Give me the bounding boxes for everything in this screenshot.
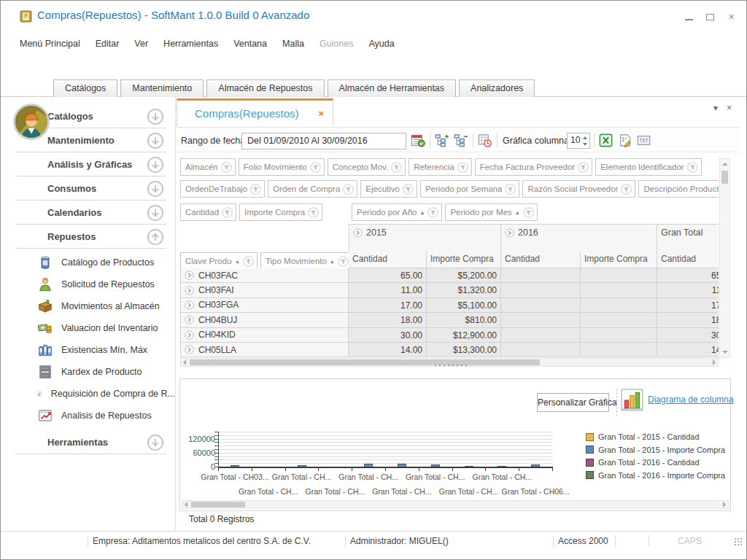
field-fecha-factura-proveedor[interactable]: Fecha Factura Proveedor <box>475 158 592 176</box>
export-txt-icon[interactable]: TXT <box>636 133 651 148</box>
field-elemento-identificador[interactable]: Elemento Identificador <box>595 158 701 176</box>
circle-down-icon[interactable] <box>147 204 164 222</box>
menu-item-ventana[interactable]: Ventana <box>233 39 267 49</box>
funnel-icon[interactable] <box>687 162 698 173</box>
resize-grip[interactable] <box>734 537 743 546</box>
menu-item-guiones[interactable]: Guiones <box>320 39 354 49</box>
field-importe-compra[interactable]: Importe Compra <box>239 203 322 221</box>
field-descripcion-producto[interactable]: Descripción Producto <box>638 180 719 198</box>
field-folio-movimiento[interactable]: Folio Movimiento <box>239 158 325 176</box>
ribbon-tab-mantenimiento[interactable]: Mantenimiento <box>120 79 204 97</box>
expand-icon[interactable] <box>185 286 194 295</box>
funnel-icon[interactable] <box>310 162 321 173</box>
chart-horizontal-scrollbar[interactable] <box>182 500 729 509</box>
calendar-icon[interactable] <box>410 133 425 148</box>
sidebar-item-analisis-de-repuestos[interactable]: Analisis de Repuestos <box>1 405 175 427</box>
scroll-up-icon[interactable] <box>721 160 729 168</box>
funnel-icon[interactable] <box>578 162 589 173</box>
row-header-ch05lla[interactable]: CH05LLA <box>180 343 349 357</box>
circle-down-icon[interactable] <box>147 132 164 149</box>
expand-icon[interactable] <box>353 228 363 238</box>
ribbon-tab-analizadores[interactable]: Analizadores <box>459 79 535 97</box>
field-referencia[interactable]: Referencia <box>409 158 472 176</box>
splitter-handle[interactable] <box>433 364 468 367</box>
menu-item-herramientas[interactable]: Herramientas <box>163 39 218 49</box>
field-cantidad[interactable]: Cantidad <box>180 203 236 221</box>
row-header-ch03fai[interactable]: CH03FAI <box>180 283 349 298</box>
section-calendarios[interactable]: Calendarios <box>1 203 175 222</box>
field-almacen[interactable]: Almacén <box>180 158 236 176</box>
expand-icon[interactable] <box>185 300 194 310</box>
document-tab[interactable]: Compras(Repuestos) × <box>177 98 333 126</box>
sidebar-item-kardex-de-producto[interactable]: Kardex de Producto <box>1 361 175 383</box>
field-concepto-mov[interactable]: Concepto Mov. <box>328 158 406 176</box>
scroll-left-icon[interactable] <box>181 359 188 366</box>
tab-list-dropdown-icon[interactable]: ▾ <box>713 103 718 113</box>
funnel-icon[interactable] <box>343 184 354 195</box>
close-button[interactable]: × <box>727 12 736 22</box>
funnel-icon[interactable] <box>391 162 402 173</box>
sidebar-item-solicitud-de-repuestos[interactable]: Solicitud de Repuestos <box>1 273 175 295</box>
field-ordendetrabajo[interactable]: OrdenDeTrabajo <box>180 180 265 198</box>
funnel-icon[interactable] <box>308 207 319 218</box>
section-herramientas[interactable]: Herramientas <box>1 433 175 451</box>
sidebar-item-valuacion-del-inventario[interactable]: Valuacion del Inventario <box>1 317 175 339</box>
document-close-icon[interactable]: × <box>727 103 732 113</box>
scroll-thumb[interactable] <box>190 359 540 365</box>
field-periodo-por-mes[interactable]: Periodo por Mes▲ <box>445 203 537 221</box>
circle-up-icon[interactable] <box>147 228 164 246</box>
section-repuestos[interactable]: Repuestos <box>1 228 175 246</box>
field-ejecutivo[interactable]: Ejecutivo <box>360 180 417 198</box>
section-consumos[interactable]: Consumos <box>1 179 175 198</box>
funnel-icon[interactable] <box>621 184 632 195</box>
stepper-up-icon[interactable] <box>581 134 588 141</box>
field-razon-social-proveedor[interactable]: Razón Social Proveedor <box>522 180 635 198</box>
circle-down-icon[interactable] <box>147 156 164 174</box>
menu-item-malla[interactable]: Malla <box>282 39 304 49</box>
export-excel-icon[interactable] <box>598 133 614 148</box>
sidebar-item-existencias-min-max[interactable]: Existencias Mín, Máx <box>1 339 175 361</box>
row-header-ch03fac[interactable]: CH03FAC <box>180 268 349 283</box>
field-periodo-por-semana[interactable]: Periodo por Semana <box>420 180 519 198</box>
funnel-icon[interactable] <box>221 162 232 173</box>
ribbon-tab-almacen-de-herramientas[interactable]: Almacén de Herramientas <box>328 79 457 97</box>
grid-vertical-scrollbar[interactable] <box>719 158 730 358</box>
funnel-icon[interactable] <box>250 184 261 195</box>
report-icon[interactable] <box>617 133 632 148</box>
expand-icon[interactable] <box>185 315 194 324</box>
expand-icon[interactable] <box>185 271 194 280</box>
expand-icon[interactable] <box>185 330 194 340</box>
collapse-tree-icon[interactable] <box>453 133 468 148</box>
scroll-down-icon[interactable] <box>721 349 729 356</box>
funnel-icon[interactable] <box>427 207 438 218</box>
maximize-button[interactable] <box>705 12 715 22</box>
menu-item-ver[interactable]: Ver <box>134 39 148 49</box>
circle-down-icon[interactable] <box>147 180 164 198</box>
row-header-ch03fga[interactable]: CH03FGA <box>180 298 349 313</box>
ribbon-tab-catalogos[interactable]: Catálogos <box>53 79 117 97</box>
section-analisis-y-graficas[interactable]: Análisis y Gráficas <box>1 155 175 174</box>
scroll-thumb[interactable] <box>721 171 728 184</box>
period-icon[interactable] <box>477 133 492 148</box>
funnel-icon[interactable] <box>457 162 468 173</box>
expand-tree-icon[interactable] <box>434 133 449 148</box>
circle-down-icon[interactable] <box>147 108 164 125</box>
menu-item-editar[interactable]: Editar <box>96 39 120 49</box>
scroll-left-icon[interactable] <box>182 501 190 508</box>
sidebar-item-catalogo-de-productos[interactable]: Catálogo de Productos <box>1 252 175 273</box>
funnel-icon[interactable] <box>523 207 534 218</box>
scroll-right-icon[interactable] <box>711 359 718 366</box>
menu-item-menu-principal[interactable]: Menú Principal <box>20 39 80 49</box>
expand-icon[interactable] <box>185 345 194 354</box>
date-range-input[interactable]: Del 01/09/2010 Al 30/09/2016 <box>241 133 406 149</box>
ribbon-tab-almacen-de-repuestos[interactable]: Almacén de Repuestos <box>206 79 324 97</box>
minimize-button[interactable] <box>684 12 694 22</box>
row-header-ch04kid[interactable]: CH04KID <box>180 328 349 343</box>
field-orden-de-compra[interactable]: Orden de Compra <box>268 180 357 198</box>
menu-item-ayuda[interactable]: Ayuda <box>368 39 394 49</box>
funnel-icon[interactable] <box>222 207 233 218</box>
sidebar-item-requisicion-de-compra-de-r[interactable]: Requisición de Compra de R... <box>1 383 175 405</box>
user-avatar[interactable] <box>13 104 50 140</box>
tab-close-icon[interactable]: × <box>318 108 324 119</box>
stepper-down-icon[interactable] <box>581 141 588 147</box>
